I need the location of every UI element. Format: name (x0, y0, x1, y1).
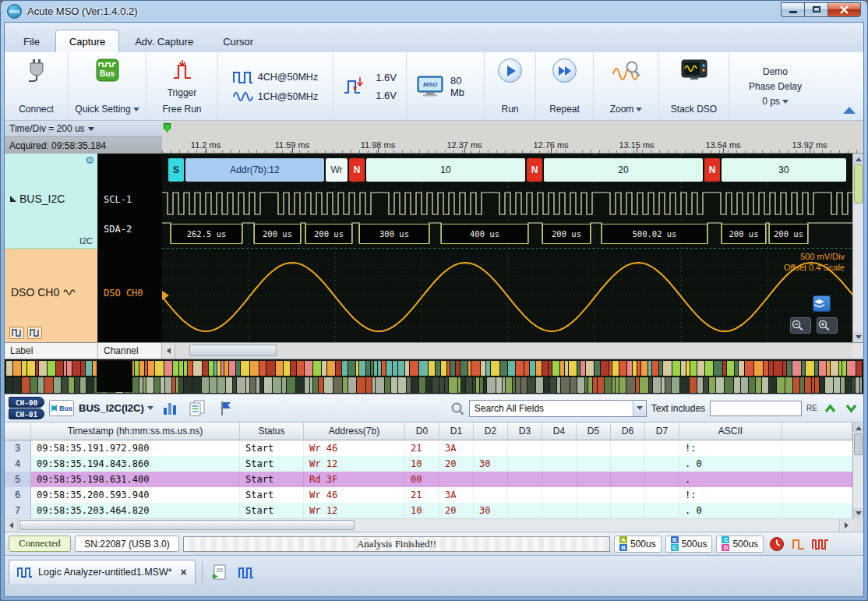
close-button[interactable] (827, 2, 861, 17)
repeat-button[interactable]: Repeat (536, 52, 594, 120)
dso-trigger-level-marker[interactable] (162, 291, 169, 300)
search-field-dropdown[interactable]: Search All Fields (469, 400, 647, 417)
scroll-thumb[interactable] (19, 520, 355, 530)
scroll-down-arrow[interactable] (853, 332, 863, 341)
scroll-left-arrow[interactable] (162, 343, 175, 359)
time-ruler[interactable]: 11.2 ms 11.59 ms 11.98 ms 12.37 ms 12.76… (162, 121, 863, 154)
header-d1[interactable]: D1 (439, 422, 474, 440)
header-d3[interactable]: D3 (508, 422, 542, 440)
memory-depth-setting[interactable]: MSO 80 Mb (407, 52, 485, 120)
scroll-right-arrow[interactable] (839, 519, 852, 532)
export-report-button[interactable] (186, 398, 210, 419)
scroll-thumb[interactable] (189, 345, 277, 356)
scroll-up-arrow[interactable] (853, 423, 863, 433)
zoom-button[interactable]: Zoom (594, 52, 659, 120)
waveform-plot[interactable]: S Addr(7b):12 Wr N 10 N 20 N 30 262.5 us (162, 154, 852, 342)
tab-cursor[interactable]: Cursor (209, 30, 267, 52)
multi-pulse-button[interactable] (811, 535, 829, 553)
scroll-up-arrow[interactable] (853, 154, 863, 164)
sample-rate-settings[interactable]: 4CH@50MHz 1CH@50MHz (218, 52, 333, 120)
table-row[interactable]: 6 09:58:35.200.593.940 Start Wr 46 21 3A… (5, 487, 852, 503)
cursor-measure-cd[interactable]: C D 500us (716, 536, 764, 553)
header-status[interactable]: Status (240, 422, 304, 440)
scroll-track[interactable] (18, 519, 839, 532)
header-d7[interactable]: D7 (645, 422, 679, 440)
timing-clock-button[interactable] (767, 535, 785, 553)
flag-button[interactable] (214, 398, 238, 419)
table-row-selected[interactable]: 5 09:58:35.198.631.400 Start Rd 3F 00 . (5, 472, 852, 487)
capture-overview-strip[interactable] (5, 359, 863, 394)
expand-icon[interactable] (10, 196, 16, 202)
maximize-button[interactable] (804, 2, 827, 17)
divider (202, 562, 203, 582)
gear-icon[interactable]: ⚙ (85, 154, 94, 166)
channel-dso-ch0[interactable]: DSO CH0 (104, 288, 143, 299)
client-area: File Capture Adv. Capture Cursor Connect… (4, 22, 864, 597)
table-row[interactable]: 4 09:58:35.194.843.860 Start Wr 12 10 20… (5, 456, 852, 472)
zoom-out-button[interactable] (790, 317, 811, 334)
dropdown-button[interactable] (633, 401, 646, 416)
scroll-thumb[interactable] (854, 433, 863, 455)
header-d6[interactable]: D6 (611, 422, 645, 440)
time-div-selector[interactable]: Time/Div = 200 us (5, 121, 162, 137)
stack-dso-button[interactable]: Stack DSO (659, 52, 729, 120)
dso-ch0-label-panel[interactable]: DSO CH0 (5, 249, 98, 342)
connect-button[interactable]: Connect (5, 52, 69, 120)
header-d2[interactable]: D2 (474, 422, 508, 440)
channel-sda[interactable]: SDA-2 (104, 224, 132, 235)
tab-ch01[interactable]: CH-01 (9, 408, 44, 419)
scroll-thumb[interactable] (854, 164, 863, 203)
document-tab[interactable]: Logic Analyzer-untitled1.MSW* × (9, 560, 196, 584)
scroll-left-arrow[interactable] (5, 519, 18, 532)
search-text-input[interactable] (710, 401, 802, 416)
cursor-measure-bc[interactable]: B C 500us (665, 536, 713, 553)
run-button[interactable]: Run (485, 52, 536, 120)
new-waveform-button[interactable] (236, 561, 257, 582)
scroll-down-arrow[interactable] (853, 508, 863, 518)
header-d5[interactable]: D5 (577, 422, 611, 440)
trigger-position-marker[interactable] (164, 123, 171, 133)
waveform-horizontal-scrollbar[interactable] (175, 343, 852, 359)
table-row[interactable]: 7 09:58:35.203.464.820 Start Wr 12 10 20… (5, 503, 852, 518)
header-d0[interactable]: D0 (405, 422, 439, 440)
bus-report-icon[interactable]: Bus (49, 400, 74, 416)
bus-i2c-label-panel[interactable]: ⚙ BUS_I2C I2C (5, 154, 98, 249)
quick-setting-button[interactable]: Bus Quick Setting (69, 52, 146, 120)
channel-scl[interactable]: SCL-1 (104, 194, 132, 205)
header-timestamp[interactable]: Timestamp (hh:mm:ss.ms.us.ns) (31, 422, 240, 440)
table-vertical-scrollbar[interactable] (852, 422, 863, 518)
phase-delay-label: Phase Delay (749, 81, 802, 92)
statistics-button[interactable] (158, 398, 182, 419)
minimize-button[interactable] (781, 2, 804, 17)
trigger-free-run-button[interactable]: Trigger Free Run (146, 52, 218, 120)
waveform-vertical-scrollbar[interactable] (852, 154, 863, 342)
tab-capture[interactable]: Capture (55, 30, 119, 52)
tab-ch00[interactable]: CH-00 (9, 397, 44, 408)
header-ascii[interactable]: ASCII (679, 422, 782, 440)
header-d4[interactable]: D4 (542, 422, 577, 440)
phase-delay-value: 0 ps (762, 96, 780, 107)
quick-setting-label: Quick Setting (75, 104, 130, 115)
cursor-measure-ab[interactable]: A B 500us (614, 536, 662, 553)
threshold-settings[interactable]: v 1.6V 1.6V (333, 52, 407, 120)
search-previous-button[interactable] (822, 398, 838, 418)
sine-glyph-icon (63, 288, 76, 296)
ribbon-collapse-button[interactable] (843, 107, 856, 114)
new-report-button[interactable] (209, 561, 230, 582)
zoom-in-button[interactable] (817, 317, 838, 334)
search-next-button[interactable] (843, 398, 859, 418)
tab-adv-capture[interactable]: Adv. Capture (121, 30, 207, 52)
header-rownum[interactable] (5, 422, 31, 440)
decode-nack-segment: N (704, 158, 720, 182)
layers-button[interactable] (813, 295, 831, 312)
table-horizontal-scrollbar[interactable] (5, 518, 863, 532)
header-address[interactable]: Address(7b) (304, 422, 405, 440)
demo-phase-delay-setting[interactable]: Demo Phase Delay 0 ps (729, 52, 821, 120)
dso-wave-button-2[interactable] (27, 327, 42, 339)
tab-close-button[interactable]: × (181, 566, 187, 578)
dso-wave-button[interactable] (9, 327, 24, 339)
single-pulse-button[interactable] (789, 535, 807, 553)
table-row[interactable]: 3 09:58:35.191.972.980 Start Wr 46 21 3A… (5, 440, 852, 456)
tab-file[interactable]: File (9, 30, 54, 52)
bus-selector[interactable]: BUS_I2C(I2C) (79, 402, 153, 414)
